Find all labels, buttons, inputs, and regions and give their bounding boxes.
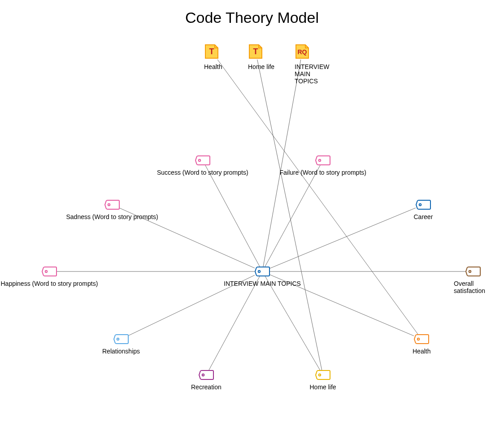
edge: [265, 276, 320, 370]
node-relationships[interactable]: Relationships: [113, 334, 151, 355]
node-recreation[interactable]: Recreation: [199, 370, 229, 391]
svg-point-8: [45, 271, 47, 272]
node-failure[interactable]: Failure (Word to story prompts): [315, 155, 402, 176]
tag-icon: [315, 370, 342, 382]
doc-icon: T: [204, 43, 222, 61]
svg-point-6: [108, 204, 110, 206]
node-homelife_top[interactable]: T Home life: [248, 43, 274, 70]
node-label: Overall satisfaction: [454, 280, 492, 294]
node-happiness[interactable]: Happiness (Word to story prompts): [42, 267, 139, 287]
node-label: Home life: [310, 383, 336, 391]
edge: [209, 276, 260, 370]
node-label: INTERVIEW MAIN TOPICS: [295, 63, 330, 85]
tag-icon: [113, 334, 151, 346]
node-sadness[interactable]: Sadness (Word to story prompts): [104, 200, 196, 220]
svg-point-13: [319, 374, 321, 376]
doc-icon: RQ: [295, 43, 330, 61]
svg-point-0: [258, 271, 260, 272]
node-label: Failure (Word to story prompts): [280, 169, 366, 176]
edge: [257, 60, 322, 370]
node-success[interactable]: Success (Word to story prompts): [195, 155, 287, 176]
node-label: INTERVIEW MAIN TOPICS: [224, 280, 301, 287]
node-homelife_bot[interactable]: Home life: [315, 370, 342, 391]
node-label: Sadness (Word to story prompts): [66, 213, 158, 220]
node-label: Health: [413, 348, 430, 355]
node-label: Success (Word to story prompts): [157, 169, 248, 176]
node-label: Relationships: [102, 348, 140, 355]
svg-point-9: [469, 271, 471, 272]
edge: [265, 165, 320, 267]
node-label: Home life: [248, 63, 274, 70]
tag-icon: [195, 155, 287, 167]
svg-point-5: [319, 159, 321, 161]
svg-text:RQ: RQ: [298, 48, 307, 56]
tag-icon: [414, 334, 432, 346]
node-career[interactable]: Career: [416, 200, 435, 220]
node-imt[interactable]: INTERVIEW MAIN TOPICS: [255, 267, 332, 287]
node-overall[interactable]: Overall satisfaction: [465, 267, 504, 294]
node-label: Career: [414, 213, 433, 220]
tag-icon: [199, 370, 229, 382]
tag-icon: [104, 200, 196, 211]
tag-icon: [255, 267, 332, 278]
tag-icon: [416, 200, 435, 211]
diagram-title: Code Theory Model: [0, 9, 504, 26]
svg-point-11: [417, 338, 419, 340]
doc-icon: T: [248, 43, 274, 61]
svg-point-4: [199, 159, 200, 161]
tag-icon: [315, 155, 402, 167]
node-label: Recreation: [191, 383, 222, 391]
edge: [217, 60, 418, 334]
svg-point-12: [202, 374, 204, 376]
node-health_top[interactable]: T Health: [204, 43, 222, 70]
node-rq_top[interactable]: RQ INTERVIEW MAIN TOPICS: [295, 43, 330, 85]
tag-icon: [42, 267, 139, 278]
svg-point-7: [419, 204, 421, 206]
node-label: Health: [204, 63, 222, 70]
node-health_bot[interactable]: Health: [414, 334, 432, 355]
svg-text:T: T: [209, 47, 214, 56]
edge: [270, 208, 416, 268]
tag-icon: [465, 267, 504, 278]
svg-text:T: T: [253, 47, 258, 56]
node-label: Happiness (Word to story prompts): [1, 280, 98, 287]
svg-point-10: [117, 338, 119, 340]
edge: [205, 165, 260, 267]
